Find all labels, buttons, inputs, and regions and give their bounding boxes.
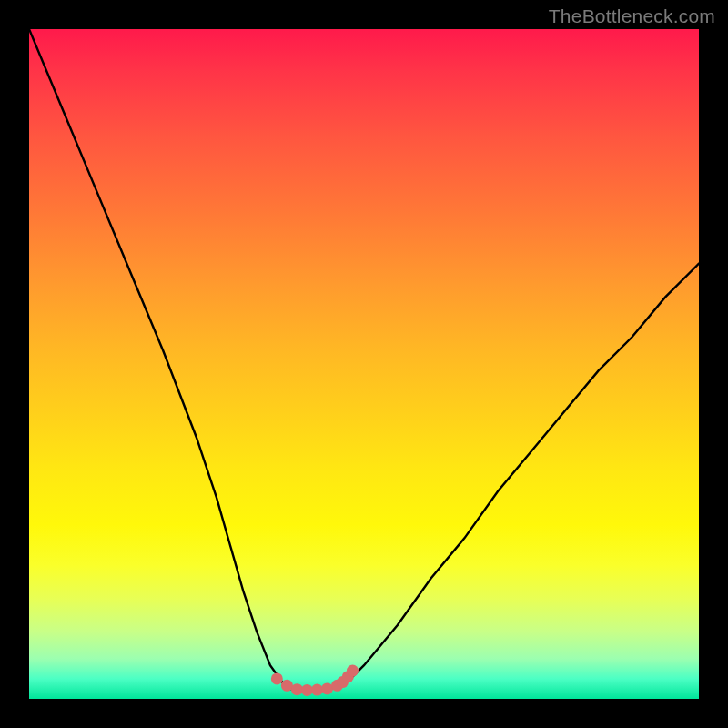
watermark-text: TheBottleneck.com — [549, 5, 715, 27]
plot-area — [29, 29, 699, 699]
marker-dot — [271, 672, 283, 684]
bottleneck-curve — [29, 29, 699, 691]
chart-svg — [29, 29, 699, 699]
marker-dot — [301, 684, 313, 696]
flat-region-dots — [271, 665, 359, 696]
marker-dot — [347, 665, 359, 677]
chart-frame: TheBottleneck.com — [0, 0, 728, 728]
marker-dot — [321, 682, 333, 694]
marker-dot — [291, 683, 303, 695]
marker-dot — [311, 684, 323, 696]
